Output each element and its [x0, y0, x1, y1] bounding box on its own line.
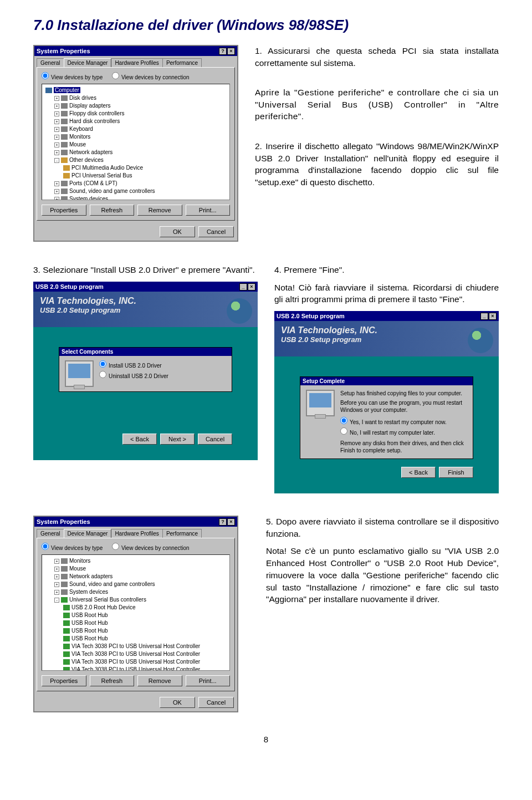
tree-item[interactable]: VIA Tech 3038 PCI to USB Universal Host …	[44, 650, 227, 658]
next-button[interactable]: Next >	[160, 434, 195, 445]
tree-item[interactable]: +Hard disk controllers	[44, 118, 227, 125]
tab-general[interactable]: General	[37, 529, 64, 538]
step3-text: 3. Selezionare "Install USB 2.0 Driver" …	[33, 264, 258, 276]
help-icon[interactable]: ?	[219, 48, 227, 55]
remove-button[interactable]: Remove	[137, 675, 182, 686]
screenshot-1-sysprops: System Properties ?× General Device Mana…	[33, 45, 238, 242]
print-button[interactable]: Print...	[186, 205, 231, 216]
tree-item[interactable]: +Monitors	[44, 557, 227, 565]
tab-device-manager[interactable]: Device Manager	[64, 529, 112, 538]
print-button[interactable]: Print...	[186, 675, 231, 686]
dialog-title: System Properties	[37, 48, 90, 54]
back-button[interactable]: < Back	[401, 467, 436, 478]
tree-item[interactable]: VIA Tech 3038 PCI to USB Universal Host …	[44, 666, 227, 671]
refresh-button[interactable]: Refresh	[90, 675, 135, 686]
tree-item[interactable]: +Floppy disk controllers	[44, 110, 227, 118]
tree-item[interactable]: +Mouse	[44, 141, 227, 149]
step-1-2-text: 1. Assicurarsi che questa scheda PCI sia…	[238, 45, 499, 194]
step4-p2: Nota! Ciò farà riavviare il sistema. Ric…	[274, 282, 499, 305]
view-radios: View devices by type View devices by con…	[42, 543, 230, 551]
tree-item[interactable]: +Keyboard	[44, 125, 227, 133]
tree-item[interactable]: PCI Multimedia Audio Device	[44, 164, 227, 172]
finish-button[interactable]: Finish	[439, 467, 473, 478]
minimize-icon[interactable]: _	[239, 283, 247, 291]
properties-button[interactable]: Properties	[42, 205, 86, 216]
tabstrip: General Device Manager Hardware Profiles…	[34, 527, 237, 538]
radio-install[interactable]: Install USB 2.0 Driver	[99, 360, 168, 369]
close-icon[interactable]: ×	[227, 48, 235, 55]
tree-item[interactable]: VIA Tech 3038 PCI to USB Universal Host …	[44, 643, 227, 650]
refresh-button[interactable]: Refresh	[90, 205, 135, 216]
msg2: Before you can use the program, you must…	[340, 399, 467, 414]
radio-by-type[interactable]: View devices by type	[42, 74, 103, 80]
radio-by-connection[interactable]: View devices by connection	[112, 545, 190, 551]
tree-item[interactable]: USB Root Hub	[44, 627, 227, 635]
tree-item[interactable]: USB 2.0 Root Hub Device	[44, 604, 227, 612]
dialog-titlebar: System Properties ?×	[34, 46, 237, 56]
step-5-text: 5. Dopo avere riavviato il sistema contr…	[255, 516, 499, 611]
device-tree[interactable]: +Monitors+Mouse+Network adapters+Sound, …	[42, 554, 230, 671]
tree-item[interactable]: PCI Universal Serial Bus	[44, 172, 227, 180]
tree-item[interactable]: +Sound, video and game controllers	[44, 580, 227, 588]
tree-item[interactable]: +Mouse	[44, 565, 227, 573]
tab-hardware-profiles[interactable]: Hardware Profiles	[111, 58, 162, 67]
tree-item[interactable]: +System devices	[44, 195, 227, 200]
tree-item[interactable]: +Ports (COM & LPT)	[44, 180, 227, 187]
row-2: 3. Selezionare "Install USB 2.0 Driver" …	[33, 264, 499, 493]
computer-icon	[65, 360, 94, 387]
radio-restart-later[interactable]: No, I will restart my computer later.	[340, 427, 467, 436]
ok-button[interactable]: OK	[160, 226, 195, 237]
globe-icon	[468, 328, 493, 353]
step5-p1: 5. Dopo avere riavviato il sistema contr…	[266, 516, 499, 539]
close-icon[interactable]: ×	[248, 283, 255, 291]
properties-button[interactable]: Properties	[42, 675, 86, 686]
window-controls[interactable]: ?×	[218, 518, 235, 526]
tree-item[interactable]: +Display adapters	[44, 102, 227, 110]
step1-p2: Aprire la "Gestione periferiche" e contr…	[255, 86, 499, 123]
tree-item[interactable]: -Universal Serial Bus controllers	[44, 596, 227, 604]
page-number: 8	[33, 735, 499, 744]
tree-item[interactable]: +Network adapters	[44, 149, 227, 156]
tab-device-manager[interactable]: Device Manager	[64, 58, 112, 67]
cancel-button[interactable]: Cancel	[198, 434, 232, 445]
window-controls[interactable]: ?×	[218, 47, 235, 55]
dialog-title: System Properties	[37, 518, 90, 525]
close-icon[interactable]: ×	[489, 313, 497, 320]
tree-item[interactable]: +System devices	[44, 588, 227, 596]
tab-general[interactable]: General	[37, 58, 64, 67]
tree-item[interactable]: +Sound, video and game controllers	[44, 187, 227, 195]
tab-performance[interactable]: Performance	[162, 58, 202, 67]
inner-header: Setup Complete	[300, 377, 473, 385]
tree-item[interactable]: +Network adapters	[44, 573, 227, 580]
help-icon[interactable]: ?	[219, 518, 227, 526]
tree-item[interactable]: USB Root Hub	[44, 619, 227, 627]
tree-item[interactable]: USB Root Hub	[44, 612, 227, 619]
cancel-button[interactable]: Cancel	[198, 226, 234, 237]
tab-performance[interactable]: Performance	[162, 529, 202, 538]
tree-item[interactable]: -Other devices	[44, 156, 227, 164]
radio-restart-now[interactable]: Yes, I want to restart my computer now.	[340, 417, 467, 426]
tab-hardware-profiles[interactable]: Hardware Profiles	[111, 529, 162, 538]
tree-item[interactable]: USB Root Hub	[44, 635, 227, 643]
radio-by-connection[interactable]: View devices by connection	[112, 74, 190, 80]
ok-button[interactable]: OK	[160, 697, 195, 708]
setup-titlebar: USB 2.0 Setup program _×	[274, 311, 499, 321]
remove-button[interactable]: Remove	[137, 205, 182, 216]
cancel-button[interactable]: Cancel	[198, 697, 234, 708]
tree-item[interactable]: +Monitors	[44, 133, 227, 141]
screenshot-2-setup-select: USB 2.0 Setup program _× VIA Technologie…	[33, 282, 258, 460]
close-icon[interactable]: ×	[227, 518, 235, 526]
select-components-box: Select Components Install USB 2.0 Driver…	[59, 347, 232, 392]
tree-item[interactable]: +Disk drives	[44, 94, 227, 102]
back-button[interactable]: < Back	[122, 434, 157, 445]
step2-p: 2. Inserire il dischetto allegato "Windo…	[255, 140, 499, 188]
device-tree[interactable]: Computer+Disk drives+Display adapters+Fl…	[42, 84, 230, 200]
minimize-icon[interactable]: _	[480, 313, 488, 320]
tree-item[interactable]: VIA Tech 3038 PCI to USB Universal Host …	[44, 658, 227, 666]
tree-item[interactable]: Computer	[44, 86, 227, 94]
setup-banner: VIA Technologies, INC. USB 2.0 Setup pro…	[274, 321, 499, 356]
globe-icon	[227, 298, 252, 324]
radio-uninstall[interactable]: Uninstall USB 2.0 Driver	[99, 371, 168, 380]
radio-by-type[interactable]: View devices by type	[42, 545, 103, 551]
row-3: System Properties ?× General Device Mana…	[33, 516, 499, 712]
